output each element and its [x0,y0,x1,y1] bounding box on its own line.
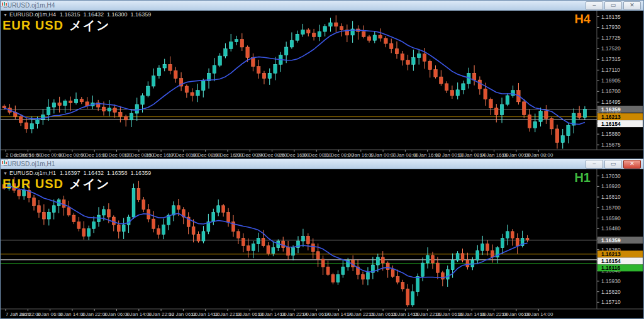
candle-body [550,118,553,129]
candle-body [516,238,519,245]
candle-body [174,70,177,78]
candle-body [528,115,531,128]
candle-body [217,206,220,213]
candle-body [386,263,389,270]
candle-body [336,274,340,282]
ohlc-low: 1.16300 [107,11,128,18]
candle-body [124,116,127,120]
candle-body [224,48,227,56]
close-button[interactable]: ✕ [623,1,641,10]
candle-body [107,210,110,217]
candle-body [561,136,564,143]
symbol-dropdown-icon[interactable]: ▼ [3,13,8,17]
candle-body [367,36,370,40]
close-button[interactable]: ✕ [623,160,641,169]
candle-body [511,91,514,96]
candle-body [335,23,338,26]
candle-body [137,188,140,199]
candle-body [267,246,270,254]
candle-body [462,84,465,90]
price-axis-label: 1.18135 [601,14,621,20]
candle-body [72,215,75,222]
candle-body [323,26,326,31]
title-bar[interactable]: EURUSD.oj1m,H1 – ▭ ✕ [1,159,643,169]
candle-body [252,244,255,251]
candle-body [117,225,120,232]
watermark-label: メイン [69,177,109,191]
price-axis-label: 1.15710 [601,299,621,305]
candle-body [191,92,194,96]
chart-watermark: EUR USDメイン [3,17,109,34]
candle-body [163,64,166,68]
price-line-label: 1.16359 [601,237,621,243]
ohlc-header: ▼EURUSD.oj1m,H41.163151.164321.163001.16… [3,11,154,18]
chart-client-h4[interactable]: ▼EURUSD.oj1m,H41.163151.164321.163001.16… [1,11,643,159]
candle-body [202,81,205,91]
candle-body [301,30,304,35]
candle-body [69,101,72,103]
window-h4[interactable]: EURUSD.oj1m,H4 – ▭ ✕ ▼EURUSD.oj1m,H41.16… [0,0,644,160]
candle-body [290,40,293,47]
candle-body [196,91,199,96]
candle-body [157,228,160,234]
timeframe-badge-h4: H4 [574,12,591,26]
candle-body [389,43,392,48]
candle-body [456,90,459,96]
price-axis-label: 1.16905 [601,77,621,84]
candle-body [379,35,382,38]
price-axis-label: 1.16810 [601,194,621,200]
candle-body [307,30,310,33]
candle-body [274,64,277,73]
candle-body [77,222,80,229]
candle-body [287,248,290,255]
ohlc-symbol: EURUSD.oj1m,H1 [9,170,56,176]
price-axis-label: 1.16920 [601,183,621,189]
candle-body [417,54,420,58]
candle-body [262,73,265,78]
minimize-button[interactable]: – [586,1,603,10]
candle-body [132,188,135,217]
candle-body [108,108,111,111]
candle-body [236,232,240,238]
candle-body [119,112,122,116]
candle-body [341,267,345,274]
symbol-dropdown-icon[interactable]: ▼ [3,171,8,176]
candle-body [192,227,195,234]
candle-body [522,102,525,115]
price-axis-label: 1.15820 [601,289,621,295]
ohlc-open: 1.16315 [60,11,80,18]
candle-body [318,31,321,36]
candle-body [62,200,65,208]
candle-body [316,252,319,259]
chart-client-h1[interactable]: ▼EURUSD.oj1m,H11.163971.164321.163581.16… [1,169,643,318]
price-axis-label: 1.17520 [601,45,621,52]
candle-body [80,99,83,102]
candle-body [197,234,200,241]
candle-body [406,60,409,65]
candle-body [142,200,145,210]
window-h1[interactable]: EURUSD.oj1m,H1 – ▭ ✕ ▼EURUSD.oj1m,H11.16… [0,159,644,319]
candle-body [64,101,67,105]
candle-body [500,104,503,115]
candle-body [384,38,387,43]
title-bar[interactable]: EURUSD.oj1m,H4 – ▭ ✕ [1,1,643,11]
candle-body [296,34,299,40]
ohlc-high: 1.16432 [84,170,104,176]
candle-body [272,248,275,254]
candle-body [74,99,77,103]
ohlc-symbol: EURUSD.oj1m,H4 [9,11,56,18]
candle-body [152,76,155,86]
candle-body [423,54,426,62]
candle-body [157,68,160,76]
candle-body [301,236,304,241]
candle-body [395,48,398,53]
maximize-button[interactable]: ▭ [604,1,622,10]
ohlc-open: 1.16397 [60,170,80,176]
price-axis-label: 1.16700 [601,88,621,94]
candle-body [445,84,448,91]
candle-body [545,111,548,119]
minimize-button[interactable]: – [586,160,603,169]
candle-body [247,246,250,251]
maximize-button[interactable]: ▭ [604,160,622,169]
candle-body [446,270,449,279]
